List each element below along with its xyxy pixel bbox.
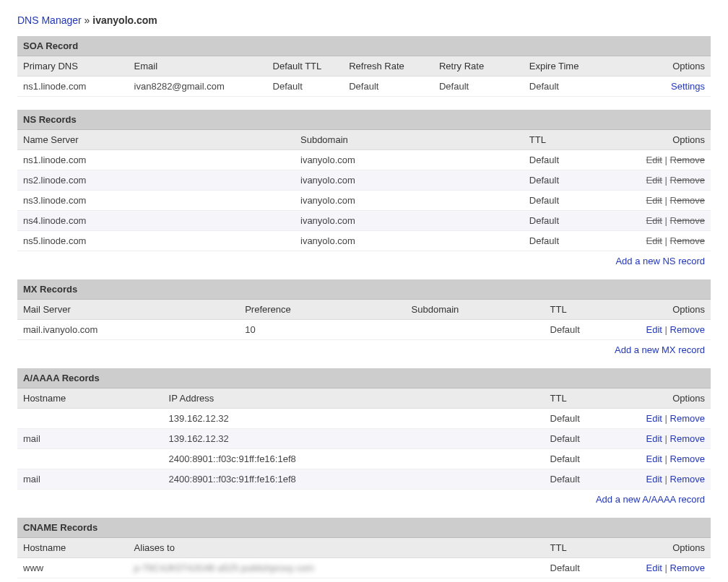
a-host: mail [17,429,163,449]
pipe-separator: | [662,324,670,335]
soa-col-options: Options [614,56,711,77]
ns-edit-link: Edit [646,235,662,246]
a-remove-link[interactable]: Remove [670,474,705,485]
a-remove-link[interactable]: Remove [670,413,705,424]
soa-col-primary: Primary DNS [17,56,129,77]
a-options: Edit | Remove [614,469,711,490]
pipe-separator: | [662,563,670,573]
cname-edit-link[interactable]: Edit [646,563,662,573]
mx-mail: mail.ivanyolo.com [17,320,239,340]
soa-retry: Default [433,77,524,97]
a-host [17,449,163,469]
a-ip: 2400:8901::f03c:91ff:fe16:1ef8 [163,469,545,490]
ns-col-sub: Subdomain [295,130,524,150]
cname-table: Hostname Aliases to TTL Options wwwp-T6C… [17,538,711,578]
a-add-link[interactable]: Add a new A/AAAA record [596,494,705,505]
ns-add-link[interactable]: Add a new NS record [615,256,705,266]
ns-row: ns3.linode.comivanyolo.comDefaultEdit | … [17,191,711,211]
pipe-separator: | [662,474,670,485]
ns-name: ns5.linode.com [17,231,295,251]
a-ttl: Default [545,409,614,429]
a-edit-link[interactable]: Edit [646,413,662,424]
cname-row: wwwp-T6C4JK5T4JG46 a525 publishproxy com… [17,558,711,578]
cname-alias: p-T6C4JK5T4JG46 a525 publishproxy com [129,558,545,578]
a-remove-link[interactable]: Remove [670,433,705,444]
pipe-separator: | [662,195,670,206]
ns-ttl: Default [524,170,614,191]
a-addrow: Add a new A/AAAA record [17,490,711,505]
a-col-options: Options [614,388,711,409]
cname-options: Edit | Remove [614,558,711,578]
soa-col-email: Email [129,56,267,77]
a-ttl: Default [545,469,614,490]
ns-ttl: Default [524,211,614,231]
mx-edit-link[interactable]: Edit [646,324,662,335]
a-ttl: Default [545,449,614,469]
ns-row: ns4.linode.comivanyolo.comDefaultEdit | … [17,211,711,231]
ns-remove-link: Remove [670,235,705,246]
cname-col-alias: Aliases to [129,538,545,558]
cname-col-ttl: TTL [545,538,614,558]
a-options: Edit | Remove [614,449,711,469]
mx-sub [406,320,545,340]
cname-remove-link[interactable]: Remove [670,563,705,573]
ns-row: ns1.linode.comivanyolo.comDefaultEdit | … [17,150,711,170]
a-ttl: Default [545,429,614,449]
ns-sub: ivanyolo.com [295,150,524,170]
a-ip: 2400:8901::f03c:91ff:fe16:1ef8 [163,449,545,469]
ns-sub: ivanyolo.com [295,211,524,231]
a-options: Edit | Remove [614,409,711,429]
ns-name: ns2.linode.com [17,170,295,191]
soa-section: SOA Record Primary DNS Email Default TTL… [17,36,711,97]
a-edit-link[interactable]: Edit [646,474,662,485]
a-remove-link[interactable]: Remove [670,453,705,464]
ns-edit-link: Edit [646,215,662,226]
soa-header: SOA Record [17,36,711,56]
ns-options: Edit | Remove [614,150,711,170]
pipe-separator: | [662,413,670,424]
soa-col-retry: Retry Rate [433,56,524,77]
a-ip: 139.162.12.32 [163,409,545,429]
ns-remove-link: Remove [670,195,705,206]
mx-col-sub: Subdomain [406,300,545,320]
ns-col-ttl: TTL [524,130,614,150]
mx-add-link[interactable]: Add a new MX record [615,344,705,355]
cname-col-host: Hostname [17,538,129,558]
ns-col-name: Name Server [17,130,295,150]
ns-row: ns2.linode.comivanyolo.comDefaultEdit | … [17,170,711,191]
a-col-ttl: TTL [545,388,614,409]
mx-pref: 10 [239,320,405,340]
soa-row: ns1.linode.com ivan8282@gmail.com Defaul… [17,77,711,97]
soa-table: Primary DNS Email Default TTL Refresh Ra… [17,56,711,97]
ns-ttl: Default [524,191,614,211]
mx-options: Edit | Remove [614,320,711,340]
soa-email: ivan8282@gmail.com [129,77,267,97]
a-host: mail [17,469,163,490]
a-edit-link[interactable]: Edit [646,453,662,464]
breadcrumb-root-link[interactable]: DNS Manager [17,14,82,26]
ns-table: Name Server Subdomain TTL Options ns1.li… [17,130,711,251]
mx-remove-link[interactable]: Remove [670,324,705,335]
mx-col-options: Options [614,300,711,320]
pipe-separator: | [662,175,670,186]
a-row: mail139.162.12.32DefaultEdit | Remove [17,429,711,449]
mx-addrow: Add a new MX record [17,340,711,355]
pipe-separator: | [662,235,670,246]
soa-settings-link[interactable]: Settings [671,81,705,92]
mx-section: MX Records Mail Server Preference Subdom… [17,279,711,355]
mx-col-ttl: TTL [545,300,614,320]
a-edit-link[interactable]: Edit [646,433,662,444]
ns-sub: ivanyolo.com [295,170,524,191]
ns-section: NS Records Name Server Subdomain TTL Opt… [17,110,711,266]
ns-name: ns1.linode.com [17,150,295,170]
ns-col-options: Options [614,130,711,150]
soa-col-expire: Expire Time [524,56,614,77]
ns-name: ns4.linode.com [17,211,295,231]
a-row: mail2400:8901::f03c:91ff:fe16:1ef8Defaul… [17,469,711,490]
cname-col-options: Options [614,538,711,558]
cname-addrow: Add a new CNAME record [17,578,711,582]
a-options: Edit | Remove [614,429,711,449]
ns-edit-link: Edit [646,195,662,206]
cname-host: www [17,558,129,578]
ns-addrow: Add a new NS record [17,251,711,266]
